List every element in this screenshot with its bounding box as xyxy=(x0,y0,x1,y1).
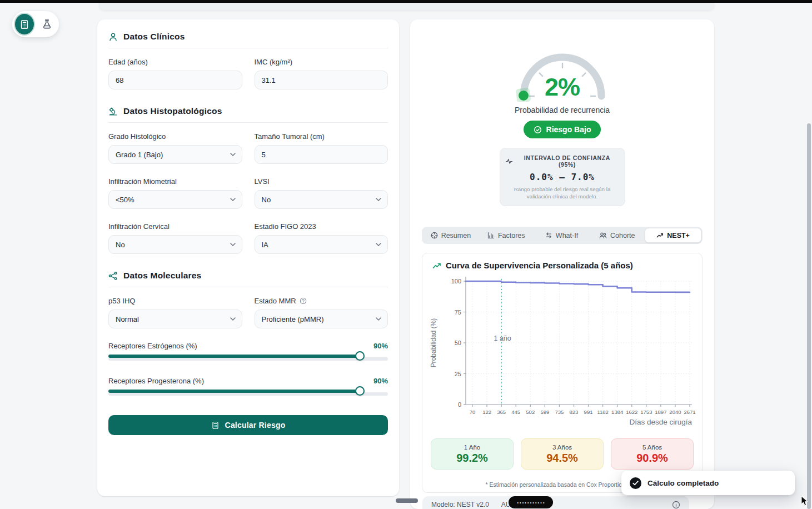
tab-resumen[interactable]: Resumen xyxy=(423,228,479,243)
lvsi-field: LVSI No xyxy=(255,177,388,209)
milestone-1yr: 1 Año 99.2% xyxy=(431,438,514,470)
section-datos-moleculares: Datos Moleculares xyxy=(108,271,388,281)
figo-select[interactable]: IA xyxy=(255,235,388,254)
toast-message: Cálculo completado xyxy=(647,479,719,487)
p53-label: p53 IHQ xyxy=(108,297,242,305)
risk-level-badge[interactable]: Riesgo Bajo xyxy=(524,121,601,138)
tamano-field: Tamaño Tumoral (cm) 5 xyxy=(255,132,388,164)
lab-tab-button[interactable] xyxy=(37,14,56,34)
calculator-tab-button[interactable] xyxy=(15,14,34,34)
risk-caption: Probabilidad de recurrencia xyxy=(515,106,610,114)
info-icon[interactable] xyxy=(672,501,680,509)
svg-text:0: 0 xyxy=(458,401,461,408)
edad-input[interactable]: 68 xyxy=(108,71,242,89)
estrogen-label: Receptores Estrógenos (%) xyxy=(108,342,197,350)
section-datos-histopatologicos: Datos Histopatológicos xyxy=(108,106,388,116)
divider xyxy=(108,122,388,123)
chevron-down-icon xyxy=(230,317,236,321)
cervical-label: Infiltración Cervical xyxy=(108,222,242,231)
imc-input[interactable]: 31.1 xyxy=(255,71,388,89)
svg-text:75: 75 xyxy=(455,309,461,316)
miometrial-select[interactable]: <50% xyxy=(108,190,242,209)
swap-arrows-icon xyxy=(545,232,552,239)
miometrial-field: Infiltración Miometrial <50% xyxy=(108,177,242,209)
chevron-down-icon xyxy=(376,317,381,321)
tab-cohorte[interactable]: Cohorte xyxy=(589,228,645,243)
mmr-field: Estado MMR Proficiente (pMMR) xyxy=(255,297,388,328)
help-icon[interactable] xyxy=(300,297,307,305)
progesterone-slider[interactable] xyxy=(108,390,388,398)
ci-title-row: INTERVALO DE CONFIANZA (95%) xyxy=(506,154,619,168)
scrolled-card-remnant xyxy=(99,3,714,10)
input-form-panel: Datos Clínicos Edad (años) 68 IMC (kg/m²… xyxy=(97,19,399,496)
check-circle-icon xyxy=(630,477,641,489)
survival-chart-title: Curva de Supervivencia Personalizada (5 … xyxy=(427,261,698,270)
vertical-scrollbar[interactable] xyxy=(807,123,811,509)
divider xyxy=(108,287,388,287)
lvsi-label: LVSI xyxy=(255,177,388,186)
calculate-risk-button[interactable]: Calcular Riesgo xyxy=(108,415,388,435)
progesterone-value: 90% xyxy=(373,377,388,385)
svg-text:2671: 2671 xyxy=(684,409,695,415)
molecule-icon xyxy=(108,271,118,281)
tab-what-if[interactable]: What-If xyxy=(534,228,590,243)
svg-text:2040: 2040 xyxy=(669,409,681,415)
estrogen-slider-row: Receptores Estrógenos (%) 90% xyxy=(108,342,388,350)
svg-text:1753: 1753 xyxy=(640,409,652,415)
chevron-down-icon xyxy=(376,198,381,202)
results-tabbar: Resumen Factores What-If Cohorte xyxy=(422,227,703,244)
bar-chart-icon xyxy=(487,232,495,239)
svg-text:823: 823 xyxy=(570,409,579,415)
progesterone-slider-row: Receptores Progesterona (%) 90% xyxy=(108,377,388,385)
model-version: Modelo: NEST v2.0 xyxy=(431,501,489,508)
check-circle-icon xyxy=(534,126,542,134)
svg-text:100: 100 xyxy=(451,278,461,285)
risk-percent: 2% xyxy=(515,73,610,102)
chevron-down-icon xyxy=(230,153,236,157)
microscope-icon xyxy=(108,107,118,116)
target-icon xyxy=(431,232,438,239)
tab-nest-plus[interactable]: NEST+ xyxy=(645,228,701,243)
tab-factores[interactable]: Factores xyxy=(479,228,534,243)
cervical-select[interactable]: No xyxy=(108,235,242,254)
calculator-icon xyxy=(19,19,29,29)
chevron-down-icon xyxy=(230,243,236,247)
risk-gauge: 2% xyxy=(515,45,610,102)
divider xyxy=(108,48,388,48)
calculator-icon xyxy=(211,421,220,430)
section-title: Datos Histopatológicos xyxy=(123,106,222,116)
dots-indicator-pill: ••••••••••• xyxy=(509,496,553,508)
p53-field: p53 IHQ Normal xyxy=(108,297,242,328)
confidence-interval-box: INTERVALO DE CONFIANZA (95%) 0.0% — 7.0%… xyxy=(500,148,625,206)
mmr-select[interactable]: Proficiente (pMMR) xyxy=(255,310,388,328)
svg-text:599: 599 xyxy=(540,409,549,415)
svg-text:1897: 1897 xyxy=(655,409,666,415)
imc-field: IMC (kg/m²) 31.1 xyxy=(255,58,388,89)
svg-text:365: 365 xyxy=(497,409,506,415)
progesterone-label: Receptores Progesterona (%) xyxy=(108,377,204,385)
cervical-field: Infiltración Cervical No xyxy=(108,222,242,254)
p53-select[interactable]: Normal xyxy=(108,310,242,328)
toast-notification: Cálculo completado xyxy=(621,471,795,495)
results-panel: 2% Probabilidad de recurrencia Riesgo Ba… xyxy=(410,19,714,509)
svg-text:70: 70 xyxy=(470,409,476,415)
svg-text:1 año: 1 año xyxy=(494,335,511,342)
estrogen-value: 90% xyxy=(373,342,388,350)
trending-up-icon xyxy=(656,232,664,239)
grado-select[interactable]: Grado 1 (Bajo) xyxy=(108,145,242,164)
svg-text:1384: 1384 xyxy=(611,409,623,415)
svg-text:Probabilidad (%): Probabilidad (%) xyxy=(430,318,437,368)
estrogen-slider[interactable] xyxy=(108,355,388,363)
svg-text:445: 445 xyxy=(511,409,520,415)
section-datos-clinicos: Datos Clínicos xyxy=(108,32,388,42)
slider-thumb[interactable] xyxy=(355,386,365,396)
pulse-icon xyxy=(506,158,513,164)
lvsi-select[interactable]: No xyxy=(255,190,388,209)
edad-field: Edad (años) 68 xyxy=(108,58,242,89)
trending-up-icon xyxy=(432,261,441,270)
tamano-input[interactable]: 5 xyxy=(255,145,388,164)
slider-fill xyxy=(108,390,360,393)
resize-handle[interactable] xyxy=(396,498,418,503)
slider-thumb[interactable] xyxy=(355,351,365,361)
chevron-down-icon xyxy=(376,243,381,247)
